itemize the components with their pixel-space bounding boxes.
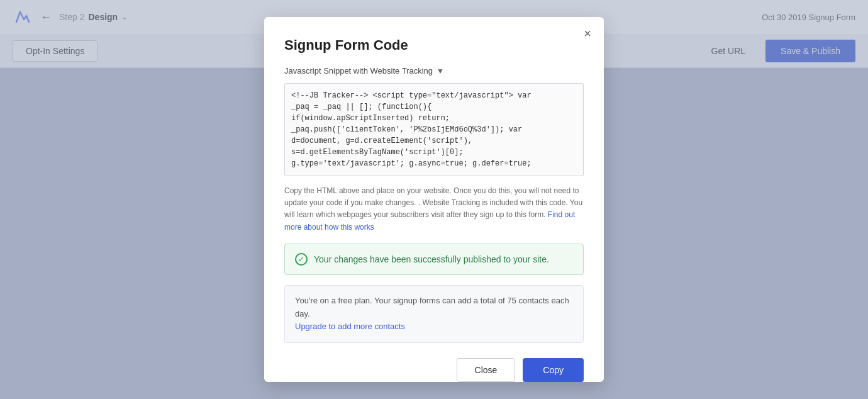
modal-footer: Close Copy xyxy=(284,358,584,382)
free-plan-text: You're on a free plan. Your signup forms… xyxy=(295,296,569,318)
success-icon: ✓ xyxy=(295,253,308,266)
code-textarea[interactable]: <!--JB Tracker--> <script type="text/jav… xyxy=(284,83,584,176)
modal-title: Signup Form Code xyxy=(284,37,584,53)
snippet-type-dropdown[interactable]: Javascript Snippet with Website Tracking… xyxy=(284,66,584,76)
close-icon[interactable]: × xyxy=(584,27,591,40)
upgrade-link[interactable]: Upgrade to add more contacts xyxy=(295,322,405,331)
success-message: Your changes have been successfully publ… xyxy=(314,254,549,264)
dropdown-label: Javascript Snippet with Website Tracking xyxy=(284,66,433,76)
chevron-down-icon: ▼ xyxy=(437,67,444,76)
modal: × Signup Form Code Javascript Snippet wi… xyxy=(264,17,604,382)
close-button[interactable]: Close xyxy=(457,358,516,382)
code-description: Copy the HTML above and place on your we… xyxy=(284,185,584,233)
modal-overlay: × Signup Form Code Javascript Snippet wi… xyxy=(0,0,868,399)
success-banner: ✓ Your changes have been successfully pu… xyxy=(284,244,584,275)
copy-button[interactable]: Copy xyxy=(523,358,584,382)
free-plan-notice: You're on a free plan. Your signup forms… xyxy=(284,285,584,343)
